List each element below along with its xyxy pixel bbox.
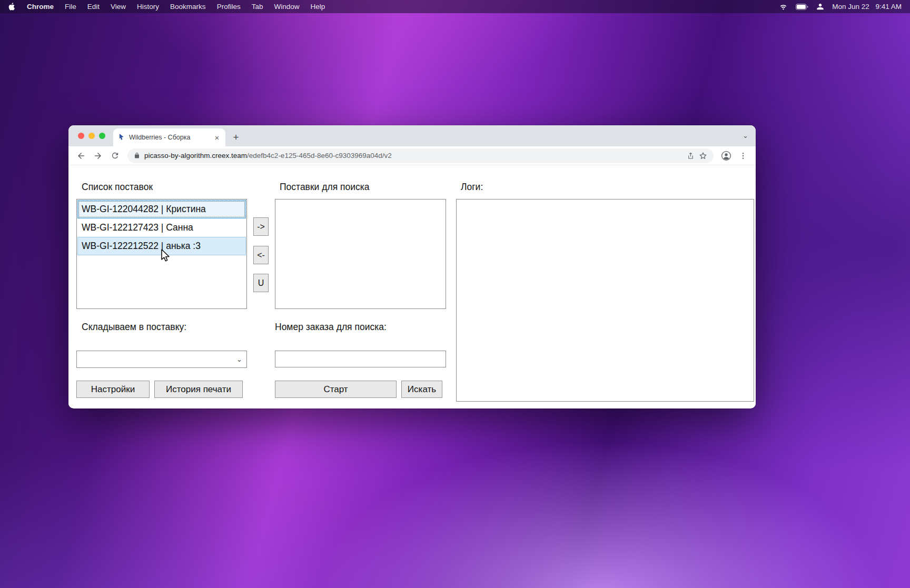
browser-tab[interactable]: Wildberries - Сборка × — [113, 128, 225, 146]
chevron-down-icon: ⌄ — [236, 355, 242, 363]
status-time: 9:41 AM — [875, 3, 902, 11]
search-listbox[interactable] — [275, 199, 446, 309]
menu-help[interactable]: Help — [310, 3, 325, 11]
pack-into-select[interactable]: ⌄ — [76, 351, 247, 368]
reload-button[interactable] — [107, 148, 122, 163]
list-item[interactable]: WB-GI-122127423 | Санна — [77, 218, 246, 237]
settings-button[interactable]: Настройки — [76, 381, 150, 398]
tab-strip: Wildberries - Сборка × + ⌄ — [68, 125, 756, 146]
tab-title: Wildberries - Сборка — [129, 134, 209, 141]
tab-close-icon[interactable]: × — [213, 133, 221, 142]
menu-chrome[interactable]: Chrome — [27, 3, 54, 11]
back-button[interactable] — [74, 148, 88, 163]
print-history-button[interactable]: История печати — [154, 381, 243, 398]
user-switch-icon[interactable] — [816, 3, 824, 11]
browser-menu-kebab-icon[interactable] — [736, 148, 750, 163]
search-button[interactable]: Искать — [401, 381, 442, 398]
menu-bar-clock[interactable]: Mon Jun 22 9:41 AM — [832, 3, 902, 11]
menu-edit[interactable]: Edit — [87, 3, 100, 11]
new-tab-button[interactable]: + — [229, 130, 243, 145]
profile-avatar-icon[interactable] — [719, 148, 734, 163]
start-button[interactable]: Старт — [275, 381, 397, 398]
supply-listbox[interactable]: WB-GI-122044282 | Кристина WB-GI-1221274… — [76, 199, 247, 309]
address-bar[interactable]: picasso-by-algorithm.creex.team/edefb4c2… — [127, 148, 714, 163]
list-item[interactable]: WB-GI-122212522 | анька :3 — [77, 237, 246, 255]
menu-profiles[interactable]: Profiles — [217, 3, 241, 11]
logs-title: Логи: — [461, 182, 483, 193]
supply-list-title: Список поставок — [82, 182, 153, 193]
tab-favicon — [118, 133, 125, 142]
traffic-lights — [78, 133, 105, 139]
forward-button[interactable] — [91, 148, 105, 163]
browser-toolbar: picasso-by-algorithm.creex.team/edefb4c2… — [68, 146, 756, 165]
menu-history[interactable]: History — [137, 3, 159, 11]
url-text: picasso-by-algorithm.creex.team/edefb4c2… — [144, 152, 392, 160]
page-content: Список поставок Поставки для поиска Логи… — [68, 165, 756, 408]
share-icon[interactable] — [687, 152, 695, 160]
wifi-icon[interactable] — [779, 3, 788, 10]
menu-file[interactable]: File — [65, 3, 76, 11]
window-minimize-button[interactable] — [88, 133, 95, 139]
pack-into-label: Складываем в поставку: — [82, 322, 186, 333]
browser-window: Wildberries - Сборка × + ⌄ picasso-by-al… — [68, 125, 756, 408]
battery-icon[interactable] — [796, 4, 808, 10]
window-zoom-button[interactable] — [99, 133, 105, 139]
bookmark-star-icon[interactable] — [699, 152, 707, 160]
lock-icon[interactable] — [134, 152, 140, 159]
move-right-button[interactable]: -> — [253, 217, 269, 236]
status-date: Mon Jun 22 — [832, 3, 869, 11]
url-domain: picasso-by-algorithm.creex.team — [144, 152, 247, 160]
url-path: /edefb4c2-e125-465d-8e60-c9303969a04d/v2 — [247, 152, 392, 160]
tab-search-chevron-icon[interactable]: ⌄ — [743, 132, 748, 139]
menu-view[interactable]: View — [111, 3, 126, 11]
apple-menu-icon[interactable] — [8, 2, 16, 11]
search-list-title: Поставки для поиска — [280, 182, 369, 193]
order-search-label: Номер заказа для поиска: — [275, 322, 387, 333]
menu-window[interactable]: Window — [274, 3, 299, 11]
move-left-button[interactable]: <- — [253, 246, 269, 264]
macos-menu-bar: Chrome File Edit View History Bookmarks … — [0, 0, 910, 13]
window-close-button[interactable] — [78, 133, 84, 139]
menu-bookmarks[interactable]: Bookmarks — [170, 3, 206, 11]
order-search-input[interactable] — [275, 351, 446, 367]
list-item[interactable]: WB-GI-122044282 | Кристина — [77, 200, 246, 218]
logs-panel[interactable] — [456, 199, 754, 402]
update-button[interactable]: U — [253, 274, 269, 292]
menu-tab[interactable]: Tab — [252, 3, 263, 11]
